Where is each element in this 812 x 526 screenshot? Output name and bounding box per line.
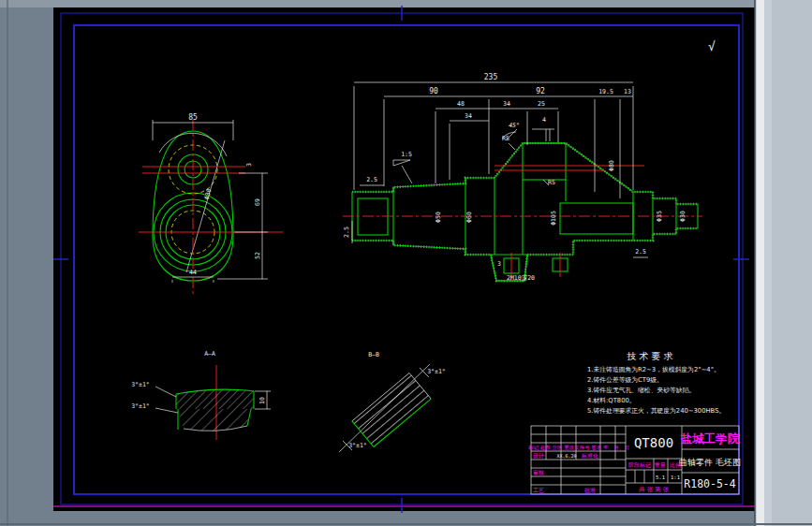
dim-allow-2-5-right: 2.5 bbox=[635, 248, 646, 256]
scale-value: 1:1 bbox=[671, 475, 680, 480]
dim-endview-52: 52 bbox=[254, 252, 261, 259]
dim-r5-b: R5 bbox=[548, 179, 555, 186]
dim-48: 48 bbox=[457, 100, 465, 108]
process-label: 工艺 bbox=[533, 487, 544, 493]
revision-check-mark: √ bbox=[708, 39, 716, 53]
dim-taper-1-5: 1:5 bbox=[401, 151, 412, 158]
weight-value: 5.1 bbox=[656, 475, 665, 480]
drawing-number: R180-5-4 bbox=[684, 477, 735, 490]
dim-off-3: 3 bbox=[497, 260, 501, 268]
school-name: 盐城工学院 bbox=[680, 431, 740, 446]
dim-phi30: Φ30 bbox=[679, 211, 687, 222]
dim-phi105: Φ105 bbox=[550, 211, 557, 226]
weight-label: 重量 bbox=[654, 461, 666, 468]
tech-req-line-5: 5.铸件处理要求正火，其硬度为240~300HBS。 bbox=[587, 407, 725, 415]
dim-draft-a1: 3°±1° bbox=[131, 381, 150, 388]
dim-overall-235: 235 bbox=[484, 73, 498, 81]
dim-allow-2-5-left: 2.5 bbox=[343, 226, 350, 238]
panel-right-zone bbox=[772, 0, 812, 526]
check-label: 审核 bbox=[533, 469, 544, 475]
top-strip bbox=[0, 0, 812, 7]
dim-25: 25 bbox=[538, 100, 545, 108]
design-label: 设计 bbox=[533, 452, 544, 459]
tech-req-line-3: 3.铸件应无气孔、缩松、夹砂等缺陷。 bbox=[587, 387, 695, 394]
dim-section-a-10: 10 bbox=[258, 397, 266, 404]
drawing-title: 曲轴零件 毛坯图 bbox=[679, 458, 741, 467]
dim-angle-45: 45° bbox=[509, 122, 520, 129]
dim-13: 13 bbox=[624, 88, 631, 95]
dim-phi80: Φ80 bbox=[608, 160, 615, 171]
dim-phi60: Φ60 bbox=[465, 212, 473, 223]
standardize-label: 标准化 bbox=[581, 452, 598, 460]
tech-req-line-2: 2.铸件公差等级为CT9级。 bbox=[587, 376, 663, 384]
design-date: XX.6.20 bbox=[556, 453, 576, 459]
dim-draft-a2: 3°±1° bbox=[131, 402, 150, 410]
dim-r5-a: R5 bbox=[502, 135, 509, 142]
dim-34b: 34 bbox=[465, 112, 472, 120]
dim-endview-3: 3 bbox=[245, 163, 253, 167]
revision-header: 标记 处数 分区 更改文件号 签名 年、月、日 bbox=[527, 445, 629, 451]
dim-92: 92 bbox=[536, 87, 545, 95]
dim-draft-b2: 3°±1° bbox=[348, 442, 367, 449]
dim-4: 4 bbox=[542, 116, 546, 124]
tech-req-title: 技 术 要 求 bbox=[627, 351, 673, 361]
dim-endview-85: 85 bbox=[188, 113, 198, 122]
cad-viewport: √ 85 44 3 69 52 Φ30 bbox=[0, 0, 812, 526]
dim-34a: 34 bbox=[503, 100, 510, 108]
scale-label: 比例 bbox=[670, 461, 681, 469]
tech-req-line-1: 1.未注铸造圆角为R2~3，拔模斜度为2°~4°。 bbox=[587, 366, 720, 373]
dim-phi35: Φ35 bbox=[656, 211, 663, 222]
dim-endview-44: 44 bbox=[189, 269, 197, 276]
dim-19-5: 19.5 bbox=[598, 88, 613, 95]
sheet-label: 共 张 第 张 bbox=[639, 486, 670, 493]
dim-endview-69: 69 bbox=[254, 198, 261, 206]
tech-req-line-4: 4.材料:QT800。 bbox=[587, 397, 636, 404]
dim-allow-2-5-top: 2.5 bbox=[366, 176, 377, 183]
material-value: QT800 bbox=[634, 435, 673, 450]
section-a-label: A—A bbox=[204, 350, 215, 358]
section-b-label: B—B bbox=[368, 351, 379, 358]
approve-label: 批准 bbox=[584, 487, 596, 494]
dim-holes-2m10: 2M10深20 bbox=[507, 274, 535, 282]
panel-highlight bbox=[757, 0, 764, 526]
dim-90: 90 bbox=[429, 87, 438, 95]
application-window: √ 85 44 3 69 52 Φ30 bbox=[0, 0, 812, 526]
stage-label: 阶段标记 bbox=[628, 461, 651, 469]
dim-phi50: Φ50 bbox=[435, 212, 442, 223]
dim-draft-b1: 3°±1° bbox=[427, 368, 446, 375]
